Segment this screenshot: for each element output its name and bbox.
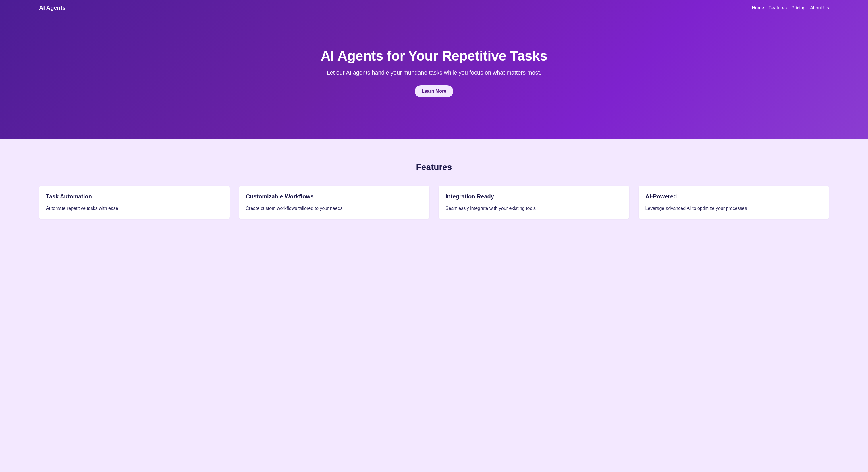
feature-title: Integration Ready (445, 193, 622, 200)
hero-subtitle: Let our AI agents handle your mundane ta… (7, 69, 861, 76)
hero-title: AI Agents for Your Repetitive Tasks (7, 48, 861, 64)
feature-description: Seamlessly integrate with your existing … (445, 205, 622, 212)
feature-card-ai-powered: AI-Powered Leverage advanced AI to optim… (639, 186, 829, 219)
features-section: Features Task Automation Automate repeti… (0, 139, 868, 230)
nav-link-features[interactable]: Features (769, 5, 787, 11)
feature-title: Task Automation (46, 193, 223, 200)
features-heading: Features (39, 162, 829, 172)
feature-title: Customizable Workflows (246, 193, 423, 200)
nav-bar: AI Agents Home Features Pricing About Us (0, 0, 868, 16)
nav-link-about-us[interactable]: About Us (810, 5, 829, 11)
feature-card-integration-ready: Integration Ready Seamlessly integrate w… (439, 186, 629, 219)
learn-more-button[interactable]: Learn More (415, 85, 453, 97)
feature-card-task-automation: Task Automation Automate repetitive task… (39, 186, 230, 219)
feature-title: AI-Powered (645, 193, 822, 200)
nav-links: Home Features Pricing About Us (752, 5, 829, 11)
hero-content: AI Agents for Your Repetitive Tasks Let … (0, 16, 868, 132)
feature-description: Automate repetitive tasks with ease (46, 205, 223, 212)
feature-description: Leverage advanced AI to optimize your pr… (645, 205, 822, 212)
nav-link-pricing[interactable]: Pricing (791, 5, 805, 11)
hero-section: AI Agents Home Features Pricing About Us… (0, 0, 868, 139)
feature-card-customizable-workflows: Customizable Workflows Create custom wor… (239, 186, 430, 219)
feature-description: Create custom workflows tailored to your… (246, 205, 423, 212)
nav-link-home[interactable]: Home (752, 5, 764, 11)
features-grid: Task Automation Automate repetitive task… (39, 186, 829, 219)
brand-logo[interactable]: AI Agents (39, 5, 66, 11)
